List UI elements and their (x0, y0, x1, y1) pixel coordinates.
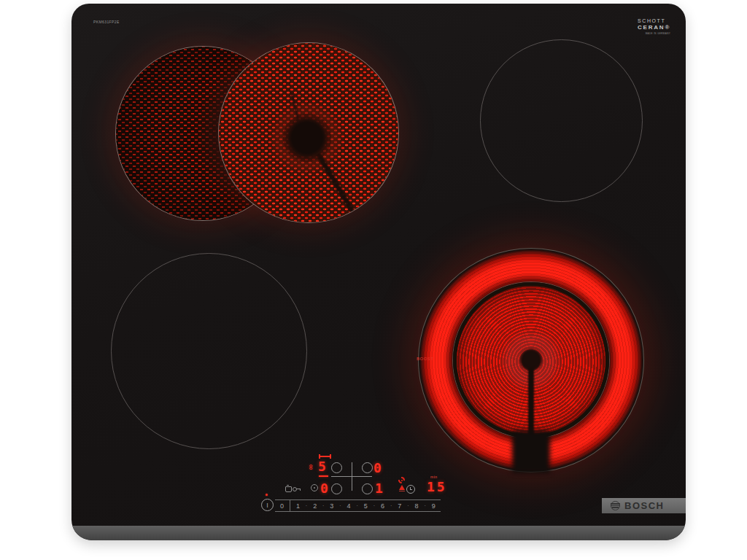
slider-dot: · (339, 503, 341, 508)
slider-dot: · (374, 503, 375, 508)
power-label: I (266, 502, 268, 509)
power-level-slider[interactable]: 0 1 · 2 · 3 · 4 · 5 · 6 · 7 · 8 · 9 (275, 499, 441, 512)
clock-minute-hand (410, 489, 412, 490)
zone-cross-divider-horizontal (331, 476, 372, 477)
front-trim (71, 526, 686, 540)
slider-dot: · (424, 503, 425, 508)
selected-zone-underline (319, 475, 328, 477)
zone-select-front-right[interactable] (362, 483, 373, 494)
burner-front-right (418, 248, 644, 472)
element-connector-shadow (512, 431, 550, 473)
slider-number[interactable]: 7 (398, 502, 401, 510)
bosch-armature-icon (611, 501, 620, 510)
gear-indicator-icon (398, 477, 405, 483)
burner-front-left (111, 253, 307, 449)
slider-dot: · (322, 503, 324, 508)
slider-number[interactable]: 8 (415, 502, 419, 510)
slider-number[interactable]: 1 (296, 502, 300, 510)
zone-select-rear-right[interactable] (362, 462, 373, 473)
burner-center-sensor (521, 349, 541, 370)
burner-center-sensor (287, 118, 327, 158)
schott-ceran-logo: SCHOTT CERAN® MADE IN GERMANY (638, 18, 670, 36)
childlock-key-icon[interactable] (285, 484, 301, 493)
inner-heating-disc (453, 282, 609, 438)
display-rear-left: 5 (318, 460, 326, 473)
pan-icon (285, 486, 292, 492)
slider-number[interactable]: 3 (330, 502, 333, 510)
warning-triangle-icon (399, 485, 405, 490)
display-front-right: 1 (375, 482, 383, 495)
status-dot (266, 494, 268, 496)
slider-dot: · (407, 503, 409, 508)
ceramic-hob: PKM631FP2E SCHOTT CERAN® MADE IN GERMANY (71, 4, 686, 540)
dual-zone-indicator: ∞ (307, 464, 316, 470)
extended-zone-icon (319, 454, 331, 459)
slider-number[interactable]: 6 (381, 502, 384, 510)
slider-number[interactable]: 0 (280, 502, 284, 510)
zone-select-rear-left[interactable] (331, 462, 342, 473)
auto-function-icon (311, 484, 318, 491)
zone-select-front-left[interactable] (331, 483, 342, 494)
slider-dot: · (390, 503, 392, 508)
power-button[interactable]: I (261, 499, 274, 511)
boost-label: BOOST (417, 357, 434, 361)
temperature-limiter-rod (528, 362, 534, 438)
slider-dot: · (306, 503, 307, 508)
bosch-badge: BOSCH (602, 498, 686, 513)
slider-number[interactable]: 9 (432, 502, 436, 510)
key-stem (296, 489, 301, 489)
burner-rear-left-combi (115, 39, 400, 225)
display-rear-right: 0 (374, 462, 382, 475)
slider-number[interactable]: 2 (313, 502, 317, 510)
model-label: PKM631FP2E (93, 20, 120, 24)
timer-clock-icon[interactable] (406, 485, 415, 494)
schott-logo-subline: MADE IN GERMANY (638, 33, 670, 35)
burner-rear-right (480, 39, 643, 202)
bosch-logo-text: BOSCH (624, 500, 664, 511)
slider-tick (290, 500, 290, 511)
display-front-left: 0 (320, 482, 328, 495)
burner-rear-left-main (218, 42, 399, 223)
slider-number[interactable]: 4 (347, 502, 351, 510)
timer-display: 15 (427, 481, 447, 494)
schott-logo-line1: SCHOTT (638, 18, 670, 24)
schott-logo-line2: CERAN® (638, 24, 670, 31)
slider-dot: · (357, 503, 358, 508)
slider-number[interactable]: 5 (364, 502, 368, 510)
